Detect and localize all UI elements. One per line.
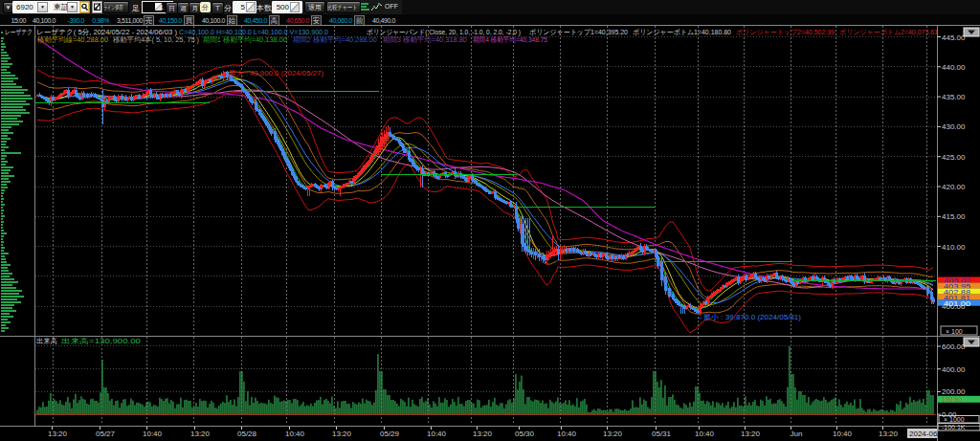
svg-text:期間1 移動平均=40,138.00: 期間1 移動平均=40,138.00 [203,35,287,44]
svg-text:05/29: 05/29 [380,430,400,438]
svg-text:430.00: 430.00 [942,122,966,131]
svg-text:移動平均4本( 5, 10, 25, 75 ): 移動平均4本( 5, 10, 25, 75 ) [113,35,199,44]
svg-text:400.00: 400.00 [942,365,966,374]
svg-text:05/30: 05/30 [515,430,535,438]
svg-text:ボリンジャートップ2=40,502.39: ボリンジャートップ2=40,502.39 [736,28,835,36]
svg-text:05/27: 05/27 [96,430,116,438]
svg-text:期間4 移動平均=40,348.75: 期間4 移動平均=40,348.75 [473,35,547,44]
svg-text:× 100: × 100 [946,328,963,335]
svg-text:ボリンジャーボトム2=40,073.61: ボリンジャーボトム2=40,073.61 [839,28,938,36]
svg-text:13:20: 13:20 [48,430,68,438]
svg-text:出来高=130,900.00: 出来高=130,900.00 [61,337,141,345]
svg-text:←最大 : 43,900.0 (2024/05/27): ←最大 : 43,900.0 (2024/05/27) [221,69,324,77]
svg-text:レーザテク: レーザテク [5,28,33,36]
svg-text:440.00: 440.00 [942,63,966,72]
svg-text:10:40: 10:40 [285,430,305,438]
svg-text:2024-06-0: 2024-06-0 [909,430,945,438]
svg-text:420.00: 420.00 [942,183,966,191]
svg-text:移動平均線=40,288.00: 移動平均線=40,288.00 [37,35,108,44]
svg-text:←最小 : 39,870.0 (2024/05/31): ←最小 : 39,870.0 (2024/05/31) [696,313,802,321]
svg-text:出来高: 出来高 [36,337,57,345]
svg-text:05/31: 05/31 [652,430,672,438]
svg-text:05/28: 05/28 [237,430,257,438]
svg-text:410.00: 410.00 [942,243,966,252]
svg-text:-100.1K: -100.1K [942,424,966,430]
svg-text:445.00: 445.00 [942,33,966,42]
svg-text:435.00: 435.00 [942,93,966,101]
svg-text:10:40: 10:40 [557,430,577,438]
svg-text:10:40: 10:40 [143,430,163,438]
svg-text:130.90: 130.90 [942,396,963,403]
svg-text:13:20: 13:20 [603,430,623,438]
svg-text:13:20: 13:20 [190,430,211,438]
svg-text:415.00: 415.00 [942,212,966,221]
svg-text:期間2 移動平均=40,288.00: 期間2 移動平均=40,288.00 [293,35,377,44]
svg-text:13:20: 13:20 [741,430,761,438]
svg-text:期間3 移動平均=40,318.80: 期間3 移動平均=40,318.80 [383,35,467,44]
svg-text:10:40: 10:40 [427,430,447,438]
svg-text:13:20: 13:20 [473,430,493,438]
svg-text:10:40: 10:40 [833,430,853,438]
svg-text:Jun: Jun [791,430,803,438]
svg-text:425.00: 425.00 [942,153,966,162]
svg-text:13:20: 13:20 [879,430,899,438]
svg-text:ボリンジャーボトム1=40,180.80: ボリンジャーボトム1=40,180.80 [633,28,731,36]
svg-text:13:20: 13:20 [332,430,352,438]
svg-text:10:40: 10:40 [695,430,715,438]
svg-text:600.00: 600.00 [942,342,966,351]
svg-text:401.00: 401.00 [944,299,970,308]
svg-text:0.00: 0.00 [942,410,957,419]
